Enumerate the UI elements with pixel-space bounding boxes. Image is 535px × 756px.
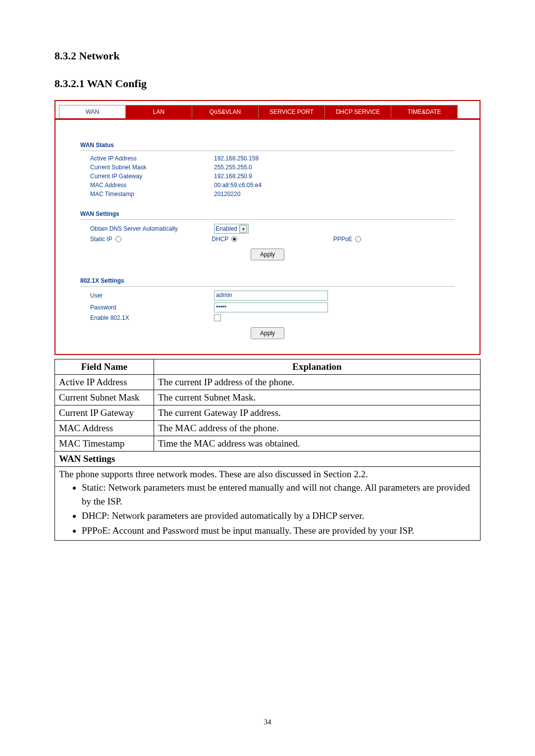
row-net-mode: Static IP DHCP PPPoE <box>80 235 455 244</box>
panel-body: WAN Status Active IP Address 192.168.250… <box>55 120 480 354</box>
row-gateway: Current IP Gateway 192.168.250.9 <box>80 172 455 181</box>
row-mac: MAC Address 00:a8:59:c6:05:e4 <box>80 181 455 190</box>
tab-time-date[interactable]: TIME&DATE <box>391 105 458 118</box>
cell-subheader: WAN Settings <box>55 452 481 467</box>
table-row: Active IP Address The current IP address… <box>55 375 481 390</box>
password-input[interactable]: ••••• <box>214 302 328 312</box>
chevron-down-icon: ▾ <box>239 225 247 233</box>
label-gateway: Current IP Gateway <box>80 173 214 180</box>
table-notes: The phone supports three network modes. … <box>54 467 481 541</box>
screenshot-panel: WAN LAN QoS&VLAN SERVICE PORT DHCP SERVI… <box>54 100 481 355</box>
radio-static[interactable]: Static IP <box>90 236 212 243</box>
tab-bar: WAN LAN QoS&VLAN SERVICE PORT DHCP SERVI… <box>55 101 480 120</box>
cell-field: Current Subnet Mask <box>55 390 154 405</box>
label-enable8021x: Enable 802.1X <box>80 314 214 321</box>
row-dns: Obtain DNS Server Automatically Enabled … <box>80 223 455 235</box>
cell-expl: The current Gateway IP address. <box>154 405 481 421</box>
th-field: Field Name <box>55 359 154 375</box>
section-wan-settings: WAN Settings <box>80 208 455 220</box>
value-macts: 20120220 <box>214 191 240 198</box>
tab-wan[interactable]: WAN <box>59 105 126 118</box>
label-macts: MAC Timestamp <box>80 191 214 198</box>
cell-expl: The current IP address of the phone. <box>154 375 481 390</box>
row-pass: Password ••••• <box>80 302 455 313</box>
label-dns-auto: Obtain DNS Server Automatically <box>80 225 214 232</box>
radio-pppoe[interactable]: PPPoE <box>333 236 455 243</box>
value-subnet: 255.255.255.0 <box>214 164 252 171</box>
row-macts: MAC Timestamp 20120220 <box>80 190 455 199</box>
label-password: Password <box>80 304 214 311</box>
table-subheader: WAN Settings <box>55 452 481 467</box>
table-row: MAC Address The MAC address of the phone… <box>55 421 481 436</box>
label-subnet: Current Subnet Mask <box>80 164 214 171</box>
label-user: User <box>80 292 214 299</box>
cell-field: Active IP Address <box>55 375 154 390</box>
radio-static-btn[interactable] <box>115 236 121 242</box>
row-enable8021x: Enable 802.1X <box>80 313 455 322</box>
tab-service-port[interactable]: SERVICE PORT <box>258 105 325 118</box>
section-8021x: 802.1X Settings <box>80 275 455 287</box>
radio-dhcp-btn[interactable] <box>231 236 237 242</box>
tab-lan[interactable]: LAN <box>125 105 192 118</box>
table-row: Current IP Gateway The current Gateway I… <box>55 405 481 421</box>
notes-intro: The phone supports three network modes. … <box>59 469 476 480</box>
table-row: Current Subnet Mask The current Subnet M… <box>55 390 481 405</box>
cell-expl: The current Subnet Mask. <box>154 390 481 405</box>
cell-expl: Time the MAC address was obtained. <box>154 436 481 452</box>
tab-dhcp-service[interactable]: DHCP SERVICE <box>324 105 391 118</box>
value-gateway: 192.168.250.9 <box>214 173 252 180</box>
dns-select-value: Enabled <box>215 225 237 232</box>
dns-select[interactable]: Enabled ▾ <box>214 224 249 234</box>
doc-table: Field Name Explanation Active IP Address… <box>54 359 481 467</box>
cell-field: MAC Address <box>55 421 154 436</box>
apply-button[interactable]: Apply <box>251 249 284 260</box>
cell-field: MAC Timestamp <box>55 436 154 452</box>
value-active-ip: 192.168.250.159 <box>214 155 259 162</box>
list-item: DHCP: Network parameters are provided au… <box>82 509 476 523</box>
label-mac: MAC Address <box>80 182 214 189</box>
enable8021x-checkbox[interactable] <box>214 314 221 321</box>
row-active-ip: Active IP Address 192.168.250.159 <box>80 154 455 163</box>
user-input[interactable]: admin <box>214 291 328 301</box>
heading-network: 8.3.2 Network <box>54 50 481 62</box>
label-active-ip: Active IP Address <box>80 155 214 162</box>
value-mac: 00:a8:59:c6:05:e4 <box>214 182 262 189</box>
radio-dhcp-label: DHCP <box>212 236 228 243</box>
th-expl: Explanation <box>154 359 481 375</box>
radio-pppoe-label: PPPoE <box>333 236 353 243</box>
heading-wan-config: 8.3.2.1 WAN Config <box>54 77 481 90</box>
radio-static-label: Static IP <box>90 236 112 243</box>
page-number: 34 <box>0 718 535 726</box>
section-wan-status: WAN Status <box>80 140 455 151</box>
list-item: PPPoE: Account and Password must be inpu… <box>82 524 476 538</box>
cell-expl: The MAC address of the phone. <box>154 421 481 436</box>
radio-dhcp[interactable]: DHCP <box>212 236 333 243</box>
radio-pppoe-btn[interactable] <box>355 236 361 242</box>
list-item: Static: Network parameters must be enter… <box>82 481 476 508</box>
cell-field: Current IP Gateway <box>55 405 154 421</box>
row-user: User admin <box>80 290 455 302</box>
apply-button-8021x[interactable]: Apply <box>251 327 284 339</box>
row-subnet: Current Subnet Mask 255.255.255.0 <box>80 163 455 172</box>
table-row: MAC Timestamp Time the MAC address was o… <box>55 436 481 452</box>
tab-qosvlan[interactable]: QoS&VLAN <box>192 105 259 118</box>
